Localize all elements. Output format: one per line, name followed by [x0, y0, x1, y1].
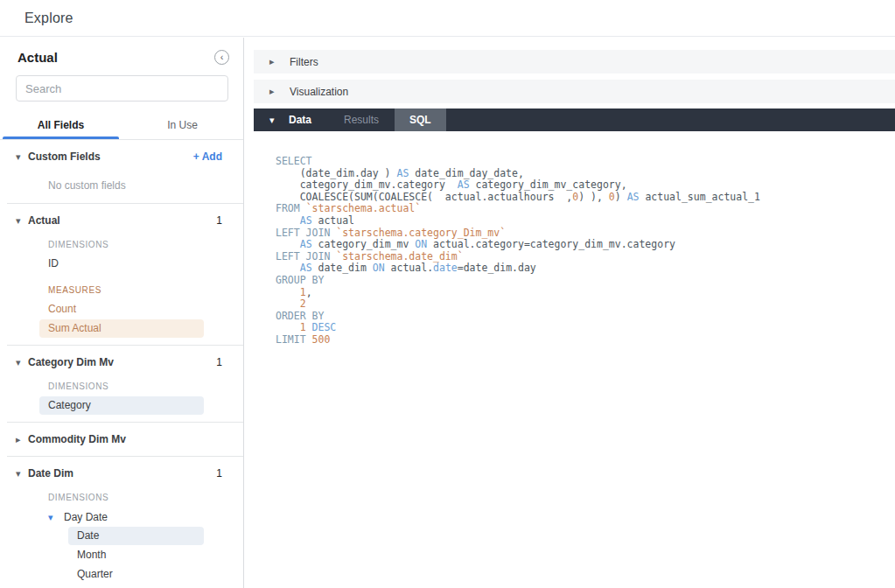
caret-down-icon: ▾	[16, 468, 28, 480]
caret-down-icon: ▾	[16, 151, 28, 163]
field-list: ▾ Custom Fields + Add No custom fields ▾…	[0, 144, 243, 588]
explore-main-panel: ▸ Filters ▸ Visualization ▾ Data Results…	[254, 38, 895, 588]
field-count[interactable]: Count	[39, 300, 204, 318]
field-count-badge: 1	[216, 214, 222, 227]
tab-sql[interactable]: SQL	[395, 108, 446, 131]
divider	[7, 456, 243, 457]
caret-down-icon: ▾	[48, 512, 64, 523]
section-title: Commodity Dim Mv	[28, 433, 126, 445]
add-custom-field-button[interactable]: + Add	[193, 150, 222, 163]
sidebar-tabs: All Fields In Use	[0, 112, 243, 140]
visualization-section-header[interactable]: ▸ Visualization	[254, 80, 895, 103]
tab-results[interactable]: Results	[344, 114, 379, 126]
field-week[interactable]: Week	[68, 584, 204, 588]
divider	[7, 345, 243, 346]
group-day-date[interactable]: ▾ Day Date	[0, 508, 243, 526]
filters-section-header[interactable]: ▸ Filters	[254, 50, 895, 74]
field-quarter[interactable]: Quarter	[68, 565, 204, 584]
caret-down-icon: ▾	[16, 215, 28, 227]
section-date-dim[interactable]: ▾ Date Dim 1	[0, 460, 243, 486]
section-title: Custom Fields	[28, 150, 101, 163]
field-count-badge: 1	[216, 356, 222, 368]
search-input[interactable]	[16, 75, 228, 102]
caret-right-icon: ▸	[269, 86, 282, 97]
section-category-dim-mv[interactable]: ▾ Category Dim Mv 1	[0, 349, 243, 375]
dimensions-group-label: DIMENSIONS	[0, 236, 243, 254]
field-month[interactable]: Month	[68, 546, 204, 564]
caret-right-icon: ▸	[16, 434, 28, 445]
section-custom-fields[interactable]: ▾ Custom Fields + Add	[0, 144, 243, 170]
filters-label: Filters	[290, 56, 318, 68]
app-header: Explore	[0, 0, 895, 37]
explore-name-title: Actual	[17, 50, 214, 65]
data-section-header: ▾ Data Results SQL	[254, 108, 895, 131]
field-picker-sidebar: Actual ‹ All Fields In Use ▾ Custom Fiel…	[0, 38, 244, 588]
field-sum-actual[interactable]: Sum Actual	[39, 319, 204, 338]
caret-down-icon: ▾	[269, 115, 282, 126]
tab-all-fields[interactable]: All Fields	[0, 112, 122, 139]
divider	[7, 422, 243, 423]
dimensions-group-label: DIMENSIONS	[0, 489, 243, 507]
group-label: Day Date	[64, 511, 108, 523]
collapse-sidebar-icon[interactable]: ‹	[214, 50, 229, 65]
section-title: Date Dim	[28, 467, 73, 480]
field-category[interactable]: Category	[39, 396, 204, 415]
field-count-badge: 1	[216, 467, 222, 480]
caret-right-icon: ▸	[269, 56, 282, 67]
sidebar-header: Actual ‹	[17, 50, 229, 65]
tab-in-use[interactable]: In Use	[122, 112, 243, 139]
caret-down-icon: ▾	[16, 357, 28, 368]
no-custom-fields-text: No custom fields	[0, 177, 243, 194]
dimensions-group-label: DIMENSIONS	[0, 378, 243, 396]
divider	[7, 203, 243, 204]
page-title: Explore	[24, 10, 73, 26]
field-id[interactable]: ID	[39, 255, 204, 273]
measures-group-label: MEASURES	[0, 282, 243, 299]
field-date[interactable]: Date	[68, 527, 204, 545]
visualization-label: Visualization	[290, 86, 348, 98]
section-commodity-dim-mv[interactable]: ▸ Commodity Dim Mv	[0, 426, 243, 452]
sql-query-text: SELECT (date_dim.day ) AS date_dim_day_d…	[276, 156, 895, 346]
section-actual[interactable]: ▾ Actual 1	[0, 207, 243, 234]
section-title: Actual	[28, 214, 60, 227]
section-title: Category Dim Mv	[28, 356, 114, 368]
tab-data[interactable]: Data	[289, 114, 311, 126]
